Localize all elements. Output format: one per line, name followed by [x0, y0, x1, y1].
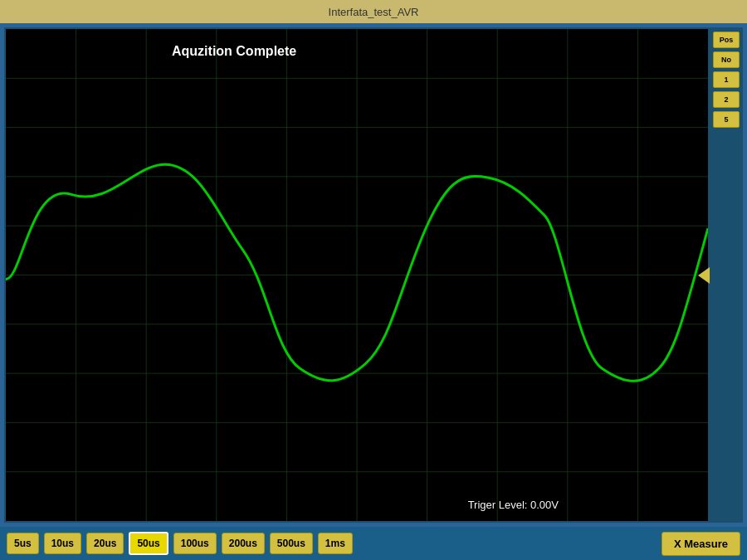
trigger-arrow-icon: [698, 267, 710, 284]
acquisition-status: Aquzition Complete: [172, 44, 296, 59]
main-area: Aquzition Complete Triger Level: 0.00V P…: [0, 23, 747, 527]
time-5us[interactable]: 5us: [7, 533, 39, 554]
ch1-button[interactable]: 1: [713, 71, 740, 88]
title-bar: Interfata_test_AVR: [0, 0, 747, 23]
pos-button[interactable]: Pos: [713, 32, 740, 48]
time-100us[interactable]: 100us: [173, 533, 217, 554]
no-button[interactable]: No: [713, 51, 740, 68]
scope-screen: Aquzition Complete Triger Level: 0.00V: [4, 27, 710, 523]
time-200us[interactable]: 200us: [222, 533, 265, 554]
time-10us[interactable]: 10us: [44, 533, 81, 554]
right-panel: Pos No 1 2 5: [710, 27, 743, 523]
window-title: Interfata_test_AVR: [329, 6, 419, 18]
x-measure-button[interactable]: X Measure: [662, 532, 740, 556]
ch5-button[interactable]: 5: [713, 111, 740, 128]
time-1ms[interactable]: 1ms: [318, 533, 353, 554]
time-500us[interactable]: 500us: [270, 533, 313, 554]
time-50us[interactable]: 50us: [129, 532, 168, 555]
bottom-toolbar: 5us 10us 20us 50us 100us 200us 500us 1ms…: [0, 527, 747, 560]
trigger-level-text: Triger Level: 0.00V: [468, 499, 559, 511]
waveform: [6, 29, 708, 521]
time-20us[interactable]: 20us: [86, 533, 124, 554]
ch2-button[interactable]: 2: [713, 91, 740, 108]
